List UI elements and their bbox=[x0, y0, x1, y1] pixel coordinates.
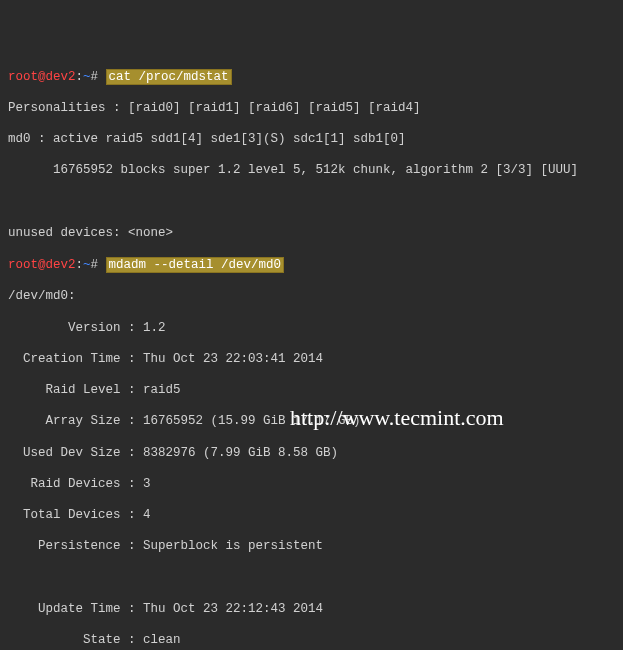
prompt-hash: # bbox=[91, 70, 99, 84]
command-1-highlight: cat /proc/mdstat bbox=[106, 69, 232, 85]
detail-utime: Update Time : Thu Oct 23 22:12:43 2014 bbox=[8, 602, 615, 618]
detail-ctime: Creation Time : Thu Oct 23 22:03:41 2014 bbox=[8, 352, 615, 368]
prompt-hash: # bbox=[91, 258, 99, 272]
prompt-colon: : bbox=[76, 70, 84, 84]
command-2-highlight: mdadm --detail /dev/md0 bbox=[106, 257, 285, 273]
detail-rdev: Raid Devices : 3 bbox=[8, 477, 615, 493]
prompt-path: ~ bbox=[83, 70, 91, 84]
detail-tdev: Total Devices : 4 bbox=[8, 508, 615, 524]
detail-usize: Used Dev Size : 8382976 (7.99 GiB 8.58 G… bbox=[8, 446, 615, 462]
blank bbox=[8, 571, 615, 587]
detail-persist: Persistence : Superblock is persistent bbox=[8, 539, 615, 555]
prompt-line-1: root@dev2:~# cat /proc/mdstat bbox=[8, 69, 615, 86]
detail-header: /dev/md0: bbox=[8, 289, 615, 305]
detail-level: Raid Level : raid5 bbox=[8, 383, 615, 399]
mdstat-unused: unused devices: <none> bbox=[8, 226, 615, 242]
blank bbox=[8, 195, 615, 211]
prompt-user: root@dev2 bbox=[8, 258, 76, 272]
prompt-colon: : bbox=[76, 258, 84, 272]
prompt-line-2: root@dev2:~# mdadm --detail /dev/md0 bbox=[8, 257, 615, 274]
mdstat-blocks: 16765952 blocks super 1.2 level 5, 512k … bbox=[8, 163, 615, 179]
mdstat-personalities: Personalities : [raid0] [raid1] [raid6] … bbox=[8, 101, 615, 117]
detail-state: State : clean bbox=[8, 633, 615, 649]
prompt-path: ~ bbox=[83, 258, 91, 272]
mdstat-md0: md0 : active raid5 sdd1[4] sde1[3](S) sd… bbox=[8, 132, 615, 148]
detail-version: Version : 1.2 bbox=[8, 321, 615, 337]
prompt-user: root@dev2 bbox=[8, 70, 76, 84]
watermark-text: http://www.tecmint.com bbox=[290, 404, 504, 432]
